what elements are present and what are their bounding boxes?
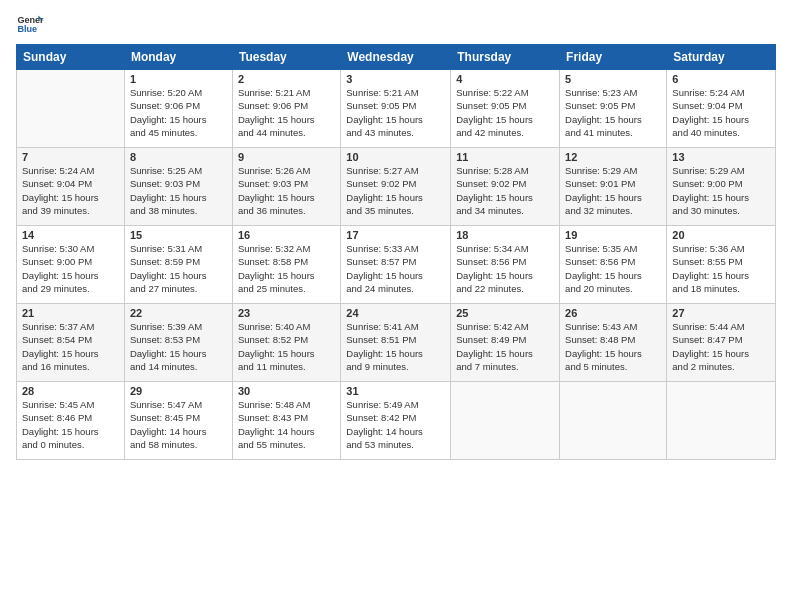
calendar-cell: 15Sunrise: 5:31 AMSunset: 8:59 PMDayligh… [124, 226, 232, 304]
sunrise-text: Sunrise: 5:40 AM [238, 321, 310, 332]
weekday-header-friday: Friday [560, 45, 667, 70]
day-number: 3 [346, 73, 445, 85]
sunrise-text: Sunrise: 5:45 AM [22, 399, 94, 410]
sunrise-text: Sunrise: 5:33 AM [346, 243, 418, 254]
calendar-cell: 3Sunrise: 5:21 AMSunset: 9:05 PMDaylight… [341, 70, 451, 148]
weekday-header-thursday: Thursday [451, 45, 560, 70]
daylight-duration: and 45 minutes. [130, 127, 198, 138]
calendar-cell: 21Sunrise: 5:37 AMSunset: 8:54 PMDayligh… [17, 304, 125, 382]
day-info: Sunrise: 5:24 AMSunset: 9:04 PMDaylight:… [22, 164, 119, 217]
calendar-cell: 18Sunrise: 5:34 AMSunset: 8:56 PMDayligh… [451, 226, 560, 304]
svg-text:General: General [17, 15, 44, 25]
daylight-label: Daylight: 15 hours [672, 270, 749, 281]
daylight-duration: and 22 minutes. [456, 283, 524, 294]
daylight-duration: and 36 minutes. [238, 205, 306, 216]
daylight-duration: and 30 minutes. [672, 205, 740, 216]
day-info: Sunrise: 5:27 AMSunset: 9:02 PMDaylight:… [346, 164, 445, 217]
day-info: Sunrise: 5:22 AMSunset: 9:05 PMDaylight:… [456, 86, 554, 139]
day-number: 28 [22, 385, 119, 397]
day-info: Sunrise: 5:41 AMSunset: 8:51 PMDaylight:… [346, 320, 445, 373]
daylight-duration: and 27 minutes. [130, 283, 198, 294]
daylight-label: Daylight: 15 hours [456, 270, 533, 281]
day-info: Sunrise: 5:31 AMSunset: 8:59 PMDaylight:… [130, 242, 227, 295]
day-number: 16 [238, 229, 335, 241]
calendar-cell: 22Sunrise: 5:39 AMSunset: 8:53 PMDayligh… [124, 304, 232, 382]
calendar-cell [560, 382, 667, 460]
sunrise-text: Sunrise: 5:48 AM [238, 399, 310, 410]
sunset-text: Sunset: 8:43 PM [238, 412, 308, 423]
sunset-text: Sunset: 9:05 PM [456, 100, 526, 111]
daylight-duration: and 5 minutes. [565, 361, 627, 372]
day-number: 8 [130, 151, 227, 163]
calendar-cell: 16Sunrise: 5:32 AMSunset: 8:58 PMDayligh… [232, 226, 340, 304]
logo: General Blue [16, 10, 44, 38]
sunrise-text: Sunrise: 5:29 AM [565, 165, 637, 176]
sunset-text: Sunset: 8:49 PM [456, 334, 526, 345]
weekday-header-tuesday: Tuesday [232, 45, 340, 70]
day-number: 22 [130, 307, 227, 319]
daylight-label: Daylight: 15 hours [672, 114, 749, 125]
sunrise-text: Sunrise: 5:23 AM [565, 87, 637, 98]
day-info: Sunrise: 5:21 AMSunset: 9:05 PMDaylight:… [346, 86, 445, 139]
calendar-cell: 17Sunrise: 5:33 AMSunset: 8:57 PMDayligh… [341, 226, 451, 304]
calendar-cell: 5Sunrise: 5:23 AMSunset: 9:05 PMDaylight… [560, 70, 667, 148]
daylight-label: Daylight: 15 hours [565, 348, 642, 359]
day-number: 26 [565, 307, 661, 319]
day-number: 14 [22, 229, 119, 241]
day-info: Sunrise: 5:20 AMSunset: 9:06 PMDaylight:… [130, 86, 227, 139]
daylight-duration: and 40 minutes. [672, 127, 740, 138]
day-number: 20 [672, 229, 770, 241]
calendar-cell [17, 70, 125, 148]
day-info: Sunrise: 5:25 AMSunset: 9:03 PMDaylight:… [130, 164, 227, 217]
daylight-label: Daylight: 15 hours [456, 192, 533, 203]
calendar-cell [451, 382, 560, 460]
day-info: Sunrise: 5:28 AMSunset: 9:02 PMDaylight:… [456, 164, 554, 217]
sunset-text: Sunset: 9:01 PM [565, 178, 635, 189]
sunrise-text: Sunrise: 5:36 AM [672, 243, 744, 254]
daylight-label: Daylight: 15 hours [346, 270, 423, 281]
page: General Blue SundayMondayTuesdayWednesda… [0, 0, 792, 470]
calendar-cell: 10Sunrise: 5:27 AMSunset: 9:02 PMDayligh… [341, 148, 451, 226]
day-number: 4 [456, 73, 554, 85]
day-number: 21 [22, 307, 119, 319]
sunrise-text: Sunrise: 5:39 AM [130, 321, 202, 332]
daylight-label: Daylight: 15 hours [565, 192, 642, 203]
calendar-cell: 14Sunrise: 5:30 AMSunset: 9:00 PMDayligh… [17, 226, 125, 304]
day-number: 15 [130, 229, 227, 241]
sunset-text: Sunset: 8:58 PM [238, 256, 308, 267]
daylight-label: Daylight: 15 hours [22, 348, 99, 359]
day-info: Sunrise: 5:42 AMSunset: 8:49 PMDaylight:… [456, 320, 554, 373]
daylight-duration: and 0 minutes. [22, 439, 84, 450]
day-number: 30 [238, 385, 335, 397]
day-number: 11 [456, 151, 554, 163]
sunrise-text: Sunrise: 5:30 AM [22, 243, 94, 254]
sunrise-text: Sunrise: 5:34 AM [456, 243, 528, 254]
sunset-text: Sunset: 9:06 PM [238, 100, 308, 111]
sunrise-text: Sunrise: 5:21 AM [238, 87, 310, 98]
week-row-4: 21Sunrise: 5:37 AMSunset: 8:54 PMDayligh… [17, 304, 776, 382]
calendar-cell: 8Sunrise: 5:25 AMSunset: 9:03 PMDaylight… [124, 148, 232, 226]
sunrise-text: Sunrise: 5:37 AM [22, 321, 94, 332]
sunset-text: Sunset: 8:47 PM [672, 334, 742, 345]
sunrise-text: Sunrise: 5:29 AM [672, 165, 744, 176]
week-row-5: 28Sunrise: 5:45 AMSunset: 8:46 PMDayligh… [17, 382, 776, 460]
sunrise-text: Sunrise: 5:20 AM [130, 87, 202, 98]
day-info: Sunrise: 5:26 AMSunset: 9:03 PMDaylight:… [238, 164, 335, 217]
daylight-label: Daylight: 15 hours [130, 270, 207, 281]
logo-icon: General Blue [16, 10, 44, 38]
daylight-label: Daylight: 15 hours [130, 114, 207, 125]
week-row-3: 14Sunrise: 5:30 AMSunset: 9:00 PMDayligh… [17, 226, 776, 304]
calendar-cell: 9Sunrise: 5:26 AMSunset: 9:03 PMDaylight… [232, 148, 340, 226]
daylight-label: Daylight: 15 hours [22, 426, 99, 437]
calendar-cell: 7Sunrise: 5:24 AMSunset: 9:04 PMDaylight… [17, 148, 125, 226]
day-number: 18 [456, 229, 554, 241]
sunrise-text: Sunrise: 5:25 AM [130, 165, 202, 176]
weekday-header-saturday: Saturday [667, 45, 776, 70]
calendar-cell: 6Sunrise: 5:24 AMSunset: 9:04 PMDaylight… [667, 70, 776, 148]
daylight-label: Daylight: 15 hours [130, 348, 207, 359]
sunrise-text: Sunrise: 5:31 AM [130, 243, 202, 254]
daylight-label: Daylight: 15 hours [238, 348, 315, 359]
sunrise-text: Sunrise: 5:24 AM [672, 87, 744, 98]
sunset-text: Sunset: 8:56 PM [456, 256, 526, 267]
sunrise-text: Sunrise: 5:22 AM [456, 87, 528, 98]
